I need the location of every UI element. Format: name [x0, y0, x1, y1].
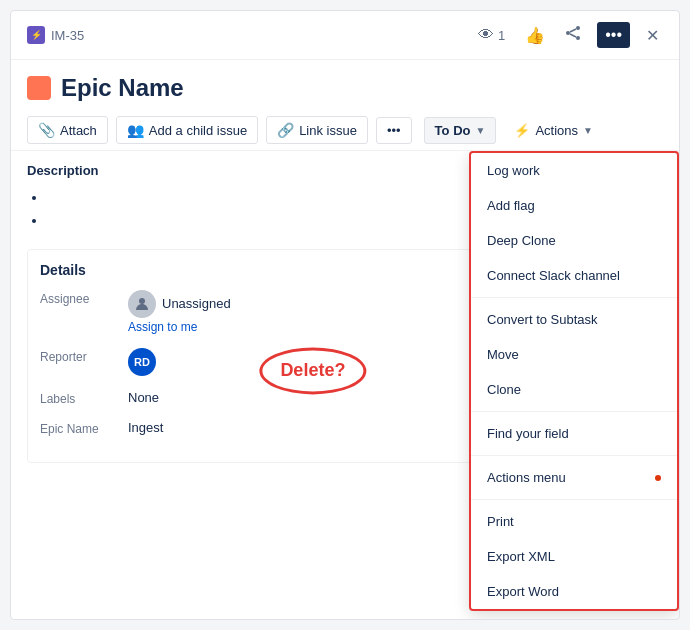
- child-issue-icon: 👥: [127, 122, 144, 138]
- attach-button[interactable]: 📎 Attach: [27, 116, 108, 144]
- menu-item-label: Deep Clone: [487, 233, 556, 248]
- menu-item-add-flag[interactable]: Add flag: [471, 188, 677, 223]
- actions-icon: ⚡: [514, 123, 530, 138]
- svg-point-5: [139, 298, 145, 304]
- actions-dropdown-arrow: ▼: [583, 125, 593, 136]
- menu-item-clone[interactable]: Clone: [471, 372, 677, 407]
- modal-container: ⚡ IM-35 👁 1 👍 •••: [10, 10, 680, 620]
- reporter-avatar: RD: [128, 348, 156, 376]
- menu-item-print[interactable]: Print: [471, 504, 677, 539]
- attach-icon: 📎: [38, 122, 55, 138]
- menu-item-find-your-field[interactable]: Find your field: [471, 416, 677, 451]
- menu-item-export-word[interactable]: Export Word: [471, 574, 677, 609]
- main-content: Description Delete? Details Assignee: [11, 151, 679, 619]
- thumbs-up-icon: 👍: [525, 26, 545, 45]
- menu-item-log-work[interactable]: Log work: [471, 153, 677, 188]
- issue-id-icon: ⚡: [27, 26, 45, 44]
- menu-item-convert-to-subtask[interactable]: Convert to Subtask: [471, 302, 677, 337]
- issue-id-text: IM-35: [51, 28, 84, 43]
- menu-item-indicator: [655, 475, 661, 481]
- menu-item-label: Print: [487, 514, 514, 529]
- svg-line-3: [570, 29, 576, 32]
- menu-item-move[interactable]: Move: [471, 337, 677, 372]
- attach-label: Attach: [60, 123, 97, 138]
- menu-item-label: Actions menu: [487, 470, 566, 485]
- svg-line-4: [570, 34, 576, 37]
- menu-item-label: Clone: [487, 382, 521, 397]
- share-button[interactable]: [561, 21, 585, 49]
- add-child-issue-button[interactable]: 👥 Add a child issue: [116, 116, 258, 144]
- menu-item-label: Export XML: [487, 549, 555, 564]
- more-options-button[interactable]: •••: [597, 22, 630, 48]
- actions-label: Actions: [535, 123, 578, 138]
- add-child-label: Add a child issue: [149, 123, 247, 138]
- assignee-label: Assignee: [40, 290, 120, 306]
- unassigned-avatar: [128, 290, 156, 318]
- epic-title-row: Epic Name: [11, 60, 679, 110]
- epic-color-indicator: [27, 76, 51, 100]
- epic-title: Epic Name: [61, 74, 184, 102]
- link-issue-button[interactable]: 🔗 Link issue: [266, 116, 368, 144]
- menu-item-label: Export Word: [487, 584, 559, 599]
- svg-point-0: [576, 26, 580, 30]
- menu-separator: [471, 297, 677, 298]
- link-issue-label: Link issue: [299, 123, 357, 138]
- menu-item-label: Add flag: [487, 198, 535, 213]
- status-label: To Do: [435, 123, 471, 138]
- eye-icon: 👁: [478, 26, 494, 44]
- dropdown-menu: Log workAdd flagDeep CloneConnect Slack …: [469, 151, 679, 611]
- like-button[interactable]: 👍: [521, 22, 549, 49]
- menu-item-connect-slack-channel[interactable]: Connect Slack channel: [471, 258, 677, 293]
- status-button[interactable]: To Do ▼: [424, 117, 497, 144]
- more-dots-icon: •••: [605, 26, 622, 44]
- assignee-text: Unassigned: [162, 296, 231, 311]
- more-toolbar-button[interactable]: •••: [376, 117, 412, 144]
- menu-separator: [471, 455, 677, 456]
- close-button[interactable]: ✕: [642, 22, 663, 49]
- share-icon: [565, 25, 581, 45]
- svg-point-1: [566, 31, 570, 35]
- menu-item-label: Connect Slack channel: [487, 268, 620, 283]
- close-icon: ✕: [646, 26, 659, 45]
- link-icon: 🔗: [277, 122, 294, 138]
- labels-label: Labels: [40, 390, 120, 406]
- menu-separator: [471, 411, 677, 412]
- menu-item-label: Log work: [487, 163, 540, 178]
- header-actions: 👁 1 👍 ••• ✕: [474, 21, 663, 49]
- menu-item-label: Convert to Subtask: [487, 312, 598, 327]
- reporter-label: Reporter: [40, 348, 120, 364]
- menu-item-export-xml[interactable]: Export XML: [471, 539, 677, 574]
- status-dropdown-arrow: ▼: [475, 125, 485, 136]
- watch-count: 1: [498, 28, 505, 43]
- more-toolbar-icon: •••: [387, 123, 401, 138]
- modal-header: ⚡ IM-35 👁 1 👍 •••: [11, 11, 679, 60]
- watch-button[interactable]: 👁 1: [474, 22, 509, 48]
- svg-point-2: [576, 36, 580, 40]
- menu-item-label: Find your field: [487, 426, 569, 441]
- epic-name-label: Epic Name: [40, 420, 120, 436]
- menu-item-deep-clone[interactable]: Deep Clone: [471, 223, 677, 258]
- menu-item-actions-menu[interactable]: Actions menu: [471, 460, 677, 495]
- menu-separator: [471, 499, 677, 500]
- toolbar: 📎 Attach 👥 Add a child issue 🔗 Link issu…: [11, 110, 679, 151]
- issue-id: ⚡ IM-35: [27, 26, 84, 44]
- actions-button[interactable]: ⚡ Actions ▼: [504, 118, 603, 143]
- menu-item-label: Move: [487, 347, 519, 362]
